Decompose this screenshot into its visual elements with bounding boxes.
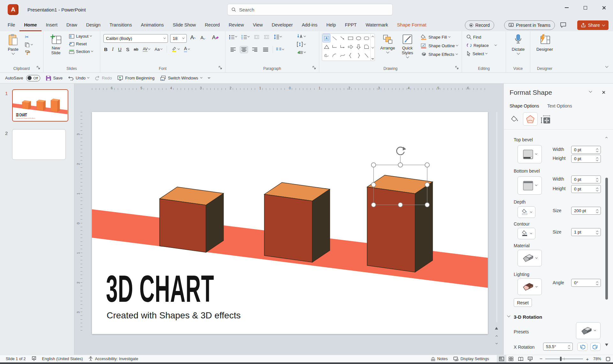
tab-help[interactable]: Help	[322, 19, 340, 31]
shape-line-2-icon[interactable]	[363, 51, 370, 59]
text-direction-button[interactable]	[297, 34, 306, 39]
copy-button[interactable]	[25, 42, 33, 47]
bottom-bevel-height-field[interactable]: 0 pt	[571, 185, 601, 193]
shape-down-arrow-icon[interactable]	[355, 43, 362, 51]
notes-button[interactable]: Notes	[431, 357, 448, 361]
reading-view-button[interactable]	[516, 355, 526, 363]
dictate-button[interactable]: Dictate	[509, 34, 527, 54]
spinner[interactable]	[596, 177, 598, 182]
bottom-bevel-dropdown[interactable]	[518, 176, 542, 195]
align-left-button[interactable]	[229, 46, 237, 53]
search-input[interactable]: Search	[227, 4, 393, 15]
spinner[interactable]	[596, 187, 598, 191]
zoom-in-button[interactable]: +	[586, 356, 589, 362]
shape-snip-corner-icon[interactable]	[363, 43, 370, 51]
zoom-slider-thumb[interactable]	[560, 357, 562, 361]
font-color-button[interactable]: A	[184, 46, 189, 52]
lighting-dropdown[interactable]	[518, 279, 542, 295]
shape-rounded-rectangle-icon[interactable]	[363, 34, 370, 42]
zoom-slider[interactable]	[545, 359, 583, 359]
spinner[interactable]	[568, 345, 570, 349]
top-bevel-dropdown[interactable]	[518, 145, 542, 163]
tab-shape-format[interactable]: Shape Format	[393, 19, 431, 31]
panel-tab-text-options[interactable]: Text Options	[547, 103, 572, 108]
previous-slide-button[interactable]	[494, 333, 499, 339]
scroll-up-button[interactable]	[494, 325, 499, 331]
shape-elbow-arrow-connector-icon[interactable]	[339, 43, 346, 51]
maximize-button[interactable]	[576, 0, 594, 15]
tab-developer[interactable]: Developer	[267, 19, 297, 31]
rotate-handle[interactable]	[397, 147, 406, 155]
close-button[interactable]	[594, 0, 613, 15]
spinner[interactable]	[596, 148, 598, 152]
from-beginning-button[interactable]: From Beginning	[117, 76, 155, 81]
tab-file[interactable]: File	[3, 19, 19, 31]
clipboard-dialog-launcher[interactable]	[37, 66, 41, 70]
clear-formatting-button[interactable]: A	[212, 34, 219, 41]
shapes-gallery[interactable]	[322, 33, 375, 61]
tab-transitions[interactable]: Transitions	[105, 19, 136, 31]
switch-windows-button[interactable]: Switch Windows	[160, 76, 202, 81]
x-rotation-field[interactable]: 53.5°	[543, 343, 573, 351]
rotation-section-collapse-icon[interactable]	[507, 314, 511, 317]
spinner[interactable]	[596, 157, 598, 161]
contour-color-dropdown[interactable]	[518, 228, 535, 239]
align-center-button[interactable]	[240, 46, 248, 53]
text-shadow-button[interactable]: S	[126, 47, 129, 52]
shapes-gallery-scrollbar[interactable]	[370, 34, 375, 61]
drawing-dialog-launcher[interactable]	[455, 66, 459, 70]
slide-1-thumbnail[interactable]: 3D CHART Created with Shapes & 3D effect…	[12, 89, 68, 122]
powerpoint-logo-icon[interactable]: A	[8, 4, 19, 15]
next-slide-button[interactable]	[494, 340, 499, 347]
decrease-indent-button[interactable]	[254, 35, 259, 39]
bar-shape-2[interactable]	[264, 182, 330, 262]
fit-slide-to-window-button[interactable]	[606, 357, 610, 361]
bar-shape-3-selected[interactable]	[367, 175, 433, 272]
shape-textbox-icon[interactable]	[323, 34, 330, 42]
qat-overflow-button[interactable]	[208, 78, 210, 79]
minimize-button[interactable]	[557, 0, 576, 15]
font-size-select[interactable]: 18	[170, 34, 187, 43]
font-family-select[interactable]: Calibri (Body)	[103, 34, 168, 43]
justify-button[interactable]	[262, 46, 269, 53]
underline-button[interactable]: U	[118, 47, 122, 52]
spellcheck-button[interactable]	[32, 356, 36, 361]
panel-scroll-up-icon[interactable]	[605, 137, 608, 139]
top-bevel-height-field[interactable]: 0 pt	[571, 155, 601, 163]
shape-right-arrow-icon[interactable]	[347, 43, 354, 51]
panel-scroll-down-icon[interactable]	[605, 344, 608, 346]
presets-dropdown[interactable]	[576, 322, 601, 339]
shape-left-brace-icon[interactable]	[347, 51, 354, 59]
fill-line-tab-icon[interactable]	[509, 113, 521, 126]
shape-effects-button[interactable]: Shape Effects	[421, 52, 458, 57]
panel-close-icon[interactable]	[602, 91, 605, 94]
strikethrough-button[interactable]: ab	[134, 47, 138, 52]
depth-size-field[interactable]: 200 pt	[571, 207, 601, 215]
shape-triangle-icon[interactable]	[323, 43, 330, 51]
panel-tab-shape-options[interactable]: Shape Options	[510, 103, 539, 108]
slide-subtitle[interactable]: Created with Shapes & 3D effects	[107, 310, 241, 321]
arrange-button[interactable]: Arrange	[379, 34, 397, 53]
align-right-button[interactable]	[251, 46, 259, 53]
tab-watermark[interactable]: Watermark	[361, 19, 392, 31]
rotate-left-button[interactable]	[577, 343, 587, 351]
text-highlight-button[interactable]	[171, 47, 179, 52]
gallery-more-button[interactable]	[371, 58, 374, 60]
slide-sorter-view-button[interactable]	[506, 355, 516, 363]
align-text-button[interactable]	[297, 42, 306, 47]
character-spacing-button[interactable]: AV	[143, 47, 150, 52]
size-properties-tab-icon[interactable]	[540, 113, 552, 126]
accessibility-button[interactable]: Accessibility: Investigate	[88, 356, 138, 361]
shape-arc-icon[interactable]	[331, 51, 338, 59]
slide-indicator[interactable]: Slide 1 of 2	[6, 357, 26, 361]
bar-shape-1[interactable]	[160, 187, 223, 252]
paste-button[interactable]: Paste	[5, 34, 21, 54]
shape-oval-icon[interactable]	[355, 34, 362, 42]
tab-insert[interactable]: Insert	[42, 19, 62, 31]
shape-fill-button[interactable]: Shape Fill	[421, 34, 458, 40]
columns-button[interactable]	[276, 48, 284, 51]
comments-button[interactable]	[560, 22, 566, 28]
panel-collapse-icon[interactable]	[589, 90, 592, 93]
save-button-qat[interactable]: Save	[46, 76, 63, 81]
designer-button[interactable]: Designer	[535, 34, 555, 52]
